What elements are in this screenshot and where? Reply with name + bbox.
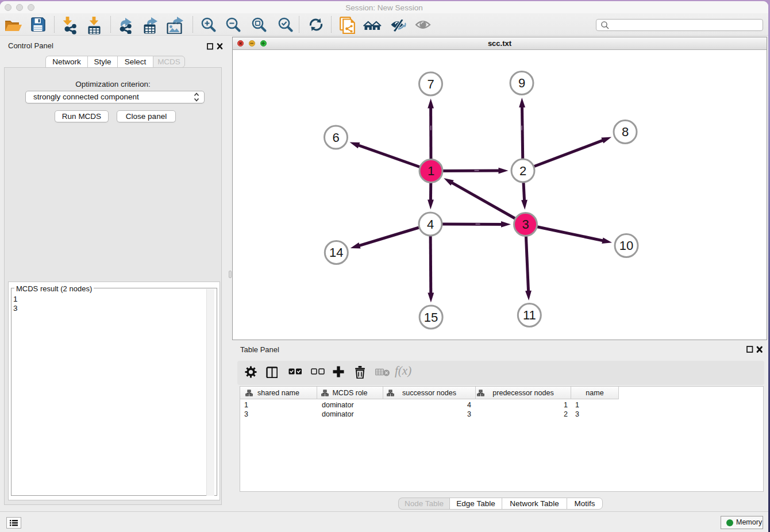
svg-text:9: 9 bbox=[518, 76, 525, 90]
svg-text:8: 8 bbox=[622, 125, 629, 139]
svg-text:14: 14 bbox=[329, 245, 343, 260]
svg-text:3: 3 bbox=[522, 217, 529, 232]
svg-text:6: 6 bbox=[332, 130, 339, 145]
svg-text:15: 15 bbox=[424, 310, 438, 325]
svg-text:2: 2 bbox=[519, 164, 526, 178]
svg-text:11: 11 bbox=[523, 308, 536, 322]
svg-text:1: 1 bbox=[428, 164, 434, 178]
svg-text:10: 10 bbox=[619, 238, 633, 253]
svg-text:4: 4 bbox=[427, 217, 434, 232]
svg-text:7: 7 bbox=[427, 77, 434, 91]
